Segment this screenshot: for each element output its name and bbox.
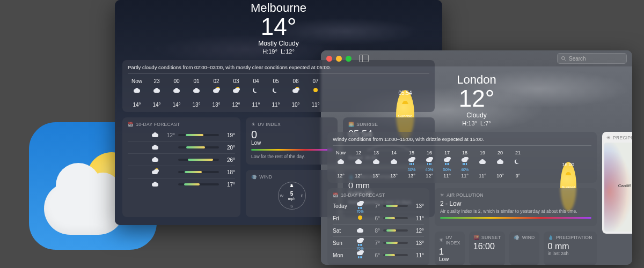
uv-value: 0 xyxy=(251,129,332,140)
hour-temp: 13° xyxy=(390,173,398,178)
sunset-card[interactable]: 🌇 SUNSET 16:00 xyxy=(469,232,506,265)
card-title: ✳ PRECIPITATION xyxy=(606,135,632,140)
wind-compass: NSEW 5mph xyxy=(278,182,306,210)
hour-label: 12 xyxy=(356,150,361,155)
hour-label: 01 xyxy=(193,78,199,84)
hour-column[interactable]: 0014° xyxy=(167,78,186,108)
hour-column[interactable]: 1530%13° xyxy=(404,150,420,178)
hour-temp: 11° xyxy=(272,102,280,108)
hour-temp: 11° xyxy=(461,173,469,178)
hourly-strip[interactable]: Now12°1212°1313°1413°1530%13°1640%12°16:… xyxy=(333,150,591,178)
weather-icon xyxy=(291,86,300,94)
weather-icon xyxy=(355,226,365,235)
weather-icon xyxy=(150,155,160,164)
hour-column[interactable]: 1313° xyxy=(368,150,384,178)
hour-label: 15 xyxy=(409,150,414,155)
hour-temp: 12° xyxy=(337,173,345,178)
sidebar-toggle-icon[interactable] xyxy=(359,55,369,62)
low-temp: 12° xyxy=(163,132,175,138)
hour-column[interactable]: 1212° xyxy=(350,150,367,178)
hour-column[interactable]: 219° xyxy=(510,150,526,178)
ten-day-forecast-card[interactable]: 📅 10-DAY FORECAST 12°19°20°26°18°17° xyxy=(122,117,240,217)
hour-label: 18 xyxy=(462,150,467,155)
ten-day-forecast-card[interactable]: 📅 10-DAY FORECAST Today70%7°13°Fri6°11°S… xyxy=(327,188,429,265)
card-title: ✳ AIR POLLUTION xyxy=(440,192,591,198)
minimize-button[interactable] xyxy=(336,56,342,62)
hour-column[interactable]: 0511° xyxy=(267,78,285,108)
hour-column[interactable]: 1413° xyxy=(386,150,402,178)
hour-column[interactable]: Now12° xyxy=(333,150,349,178)
card-title: ☀ UV INDEX xyxy=(251,122,332,127)
air-pollution-card[interactable]: ✳ AIR POLLUTION 2 - Low Air quality inde… xyxy=(435,188,597,226)
forecast-row[interactable]: 26° xyxy=(128,153,235,166)
high-temp: 11° xyxy=(411,215,424,221)
hourly-forecast-card[interactable]: Windy conditions from 13:00–15:00, with … xyxy=(327,132,597,183)
hour-column[interactable]: 2314° xyxy=(148,78,166,108)
hour-column[interactable]: 2010° xyxy=(492,150,508,178)
precip-chance: 40% xyxy=(460,167,469,172)
card-title: 💨 WIND xyxy=(251,174,332,180)
hour-label: 07 xyxy=(312,78,318,84)
hour-column[interactable]: 1911° xyxy=(474,150,491,178)
precip-chance: 30% xyxy=(407,167,415,172)
hour-column[interactable]: 1750%11° xyxy=(439,150,455,178)
hour-column[interactable]: Now14° xyxy=(128,78,146,108)
weather-icon: 70% xyxy=(355,202,365,210)
weather-icon xyxy=(425,157,434,166)
uv-index-card[interactable]: ☀ UV INDEX 1 Low xyxy=(435,232,465,265)
forecast-row[interactable]: Sun70%7°13° xyxy=(333,236,424,249)
hour-column[interactable]: 0711° xyxy=(306,78,325,108)
forecast-row[interactable]: 12°19° xyxy=(128,129,235,141)
precipitation-card[interactable]: 💧 PRECIPITATION 0 mm in last 24h xyxy=(544,232,597,265)
weather-icon xyxy=(150,168,160,176)
hourly-strip[interactable]: Now14°2314°0014°0113°0213°0312°0411°0511… xyxy=(128,78,429,108)
temp-range-bar xyxy=(383,205,408,207)
search-input[interactable]: Search xyxy=(557,53,627,64)
high-temp: 26° xyxy=(222,157,235,163)
close-button[interactable] xyxy=(326,56,332,62)
hour-temp: 11° xyxy=(443,173,451,178)
fullscreen-button[interactable] xyxy=(346,56,352,62)
hour-temp: 12° xyxy=(232,102,240,108)
hour-column[interactable]: 1840%11° xyxy=(457,150,473,178)
temp-range-bar xyxy=(178,134,219,136)
weather-icon xyxy=(150,180,160,189)
weather-icon xyxy=(390,157,398,166)
high-temp: 13° xyxy=(411,240,424,246)
weather-icon xyxy=(407,157,416,166)
uv-spectrum xyxy=(251,149,332,151)
weather-icon xyxy=(150,131,160,139)
hour-label: 19 xyxy=(480,150,485,155)
hour-column[interactable]: 0113° xyxy=(187,78,206,108)
hour-label: 06 xyxy=(292,78,298,84)
hour-temp: 11° xyxy=(311,102,319,108)
hour-label: 05:54 xyxy=(398,90,412,96)
forecast-row[interactable]: Fri6°11° xyxy=(333,212,424,224)
hour-column[interactable]: 0213° xyxy=(207,78,225,108)
hour-temp: 14° xyxy=(172,102,180,108)
forecast-row[interactable]: Mon6°11° xyxy=(333,249,424,261)
hour-column[interactable]: 0312° xyxy=(227,78,245,108)
forecast-row[interactable]: Today70%7°13° xyxy=(333,200,424,212)
wind-card[interactable]: 💨 WIND xyxy=(509,232,539,265)
hour-column[interactable]: 0610° xyxy=(287,78,305,108)
temp-range-bar xyxy=(383,229,408,232)
forecast-row[interactable]: Sat8°12° xyxy=(333,224,424,236)
forecast-row[interactable]: 17° xyxy=(128,178,235,190)
map-body[interactable]: 12 LiverpoolBirminghamCardiffLondonSouth… xyxy=(604,143,632,232)
precipitation-map-card[interactable]: ✳ PRECIPITATION 12 LiverpoolBirminghamCa… xyxy=(602,132,632,234)
high-temp: 19° xyxy=(222,132,235,138)
low-temp: 7° xyxy=(368,203,380,209)
forecast-row[interactable]: 18° xyxy=(128,166,235,178)
hour-column[interactable]: 0411° xyxy=(247,78,265,108)
hour-column[interactable]: 1640%12° xyxy=(421,150,437,178)
weather-icon xyxy=(443,157,451,166)
hourly-forecast-card[interactable]: Partly cloudy conditions from 02:00–03:0… xyxy=(122,60,435,112)
forecast-row[interactable]: 20° xyxy=(128,141,235,153)
weather-icon xyxy=(460,157,469,166)
window-titlebar: Search xyxy=(321,50,632,66)
hour-label: 17 xyxy=(444,150,450,155)
high-temp: 20° xyxy=(222,145,235,151)
temp-range-bar xyxy=(178,159,219,161)
precip-chance: 50% xyxy=(443,167,451,172)
